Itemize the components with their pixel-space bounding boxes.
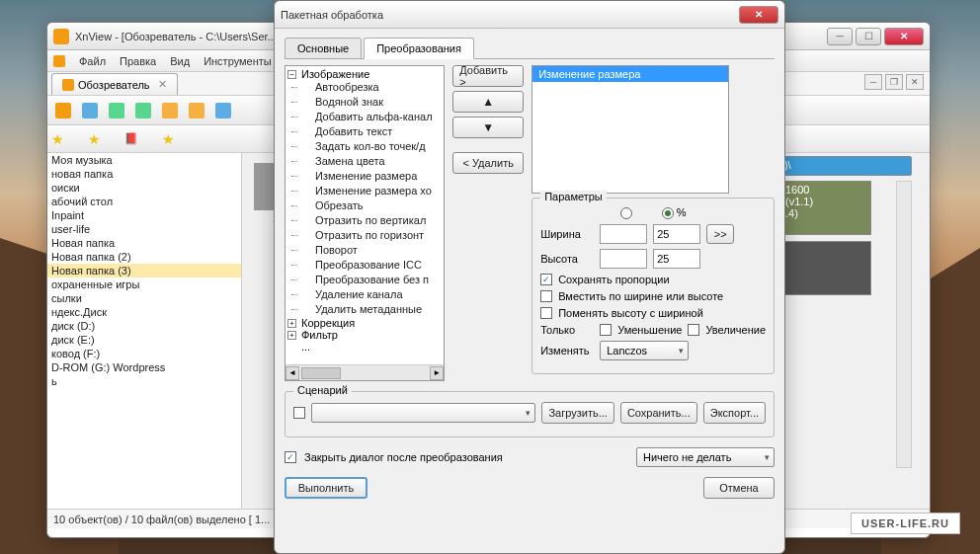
tool-2[interactable] [78,99,102,122]
tree-group[interactable]: Коррекция [301,317,355,329]
h-scrollbar[interactable]: ◄► [286,364,444,380]
menu-view[interactable]: Вид [170,55,190,67]
folder-item[interactable]: охраненные игры [47,277,241,291]
tree-node[interactable]: Изменение размера [287,169,442,184]
expand-icon[interactable]: + [287,319,296,328]
browser-tab[interactable]: Обозреватель ✕ [51,73,178,95]
keep-ratio-check[interactable] [540,274,552,285]
selected-list[interactable]: Изменение размера [531,65,729,194]
tree-node[interactable]: Поворот [287,243,442,258]
resample-combo[interactable]: Lanczos [600,341,689,360]
add-button[interactable]: Добавить > [452,65,524,87]
fit-check[interactable] [540,290,552,302]
save-button[interactable]: Сохранить... [620,402,697,424]
width-px-input[interactable] [600,224,647,244]
folder-item[interactable]: Новая папка (3) [47,264,241,277]
folder-item[interactable]: абочий стол [47,195,241,208]
delete-button[interactable]: < Удалить [452,152,524,174]
tree-node[interactable]: Водяной знак [287,95,442,110]
v-scrollbar[interactable] [896,181,912,468]
folder-item[interactable]: Новая папка (2) [47,250,241,264]
mdi-min[interactable]: ─ [864,74,882,90]
expand-icon[interactable]: + [287,331,296,340]
tree-node[interactable]: Удалить метаданные [287,302,442,317]
tool-4[interactable] [131,99,155,122]
folder-item[interactable]: ковод (F:) [47,347,241,360]
export-button[interactable]: Экспорт... [703,402,766,424]
tree-root[interactable]: Изображение [301,68,369,80]
tool-6[interactable] [185,99,208,122]
dialog-close-button[interactable]: ✕ [739,6,778,24]
book-icon[interactable]: 📕 [124,132,138,145]
menu-tools[interactable]: Инструменты [204,55,272,67]
folder-item[interactable]: ндекс.Диск [47,305,241,319]
tab-close-icon[interactable]: ✕ [158,78,167,91]
transform-tree[interactable]: −Изображение АвтообрезкаВодяной знакДоба… [285,65,445,381]
tree-node[interactable]: Замена цвета [287,154,442,169]
maximize-button[interactable]: ☐ [856,28,881,45]
decrease-check[interactable] [600,324,612,336]
expand-icon[interactable]: − [287,70,296,79]
folder-item[interactable]: сылки [47,291,241,305]
tree-node[interactable]: Удаление канала [287,287,442,302]
tree-node[interactable]: Преобразование ICC [287,258,442,273]
mdi-close[interactable]: ✕ [906,74,924,90]
move-down-button[interactable]: ▼ [452,117,524,138]
move-up-button[interactable]: ▲ [452,91,524,113]
folder-item[interactable]: диск (D:) [47,319,241,333]
thumb-r2[interactable] [782,241,871,295]
tree-node[interactable]: Добавить текст [287,124,442,139]
thumb-r1[interactable]: 1600(v1.1).4) [782,181,871,235]
tree-node[interactable]: Отразить по горизонт [287,228,442,243]
folder-item[interactable]: Новая папка [47,236,241,250]
increase-check[interactable] [688,324,699,336]
tree-node[interactable]: Обрезать [287,198,442,213]
dialog-titlebar[interactable]: Пакетная обработка ✕ [275,1,784,29]
tree-node[interactable]: Добавить альфа-канал [287,110,442,124]
after-action-combo[interactable]: Ничего не делать [636,447,775,467]
percent-radio[interactable] [662,207,674,219]
mdi-restore[interactable]: ❐ [885,74,903,90]
folder-item[interactable]: новая папка [47,167,241,181]
folder-item[interactable]: диск (E:) [47,333,241,347]
pixels-radio[interactable] [620,207,632,219]
tab-general[interactable]: Основные [285,38,362,59]
folder-tree[interactable]: Моя музыкановая папкаоискиабочий стол In… [47,153,242,509]
tool-3[interactable] [105,99,128,122]
folder-item[interactable]: ь [47,374,241,388]
tree-node[interactable]: Преобразование без п [287,273,442,287]
close-after-check[interactable] [285,451,296,463]
tree-node[interactable]: Изменение размера хо [287,184,442,198]
menu-file[interactable]: Файл [79,55,106,67]
minimize-button[interactable]: ─ [827,28,853,45]
list-item[interactable]: Изменение размера [532,66,728,82]
tree-group[interactable]: Фильтр [301,329,338,341]
cancel-button[interactable]: Отмена [703,477,775,499]
folder-item[interactable]: D-ROM (G:) Wordpress [47,360,241,374]
scenario-combo[interactable] [311,403,535,423]
tab-transforms[interactable]: Преобразования [364,38,474,59]
folder-item[interactable]: user-life [47,222,241,236]
load-button[interactable]: Загрузить... [541,402,613,424]
width-pct-input[interactable] [653,224,700,244]
height-px-input[interactable] [600,249,647,269]
height-pct-input[interactable] [653,249,700,269]
tree-node[interactable]: Задать кол-во точек/д [287,139,442,154]
folder-item[interactable]: оиски [47,181,241,195]
folder-item[interactable]: Inpaint [47,208,241,222]
tool-5[interactable] [158,99,182,122]
close-button[interactable]: ✕ [884,28,924,45]
swap-button[interactable]: >> [706,224,734,244]
tool-1[interactable] [51,99,75,122]
scenario-check[interactable] [293,407,305,419]
star-icon[interactable]: ★ [162,131,175,147]
swap-check[interactable] [540,307,552,319]
menu-edit[interactable]: Правка [120,55,156,67]
star-icon[interactable]: ★ [51,131,64,147]
tree-node[interactable]: Автообрезка [287,80,442,95]
folder-item[interactable]: Моя музыка [47,153,241,167]
go-button[interactable]: Выполнить [285,477,368,499]
tool-7[interactable] [211,99,235,122]
star-icon[interactable]: ★ [88,131,101,147]
tree-node[interactable]: Отразить по вертикал [287,213,442,228]
